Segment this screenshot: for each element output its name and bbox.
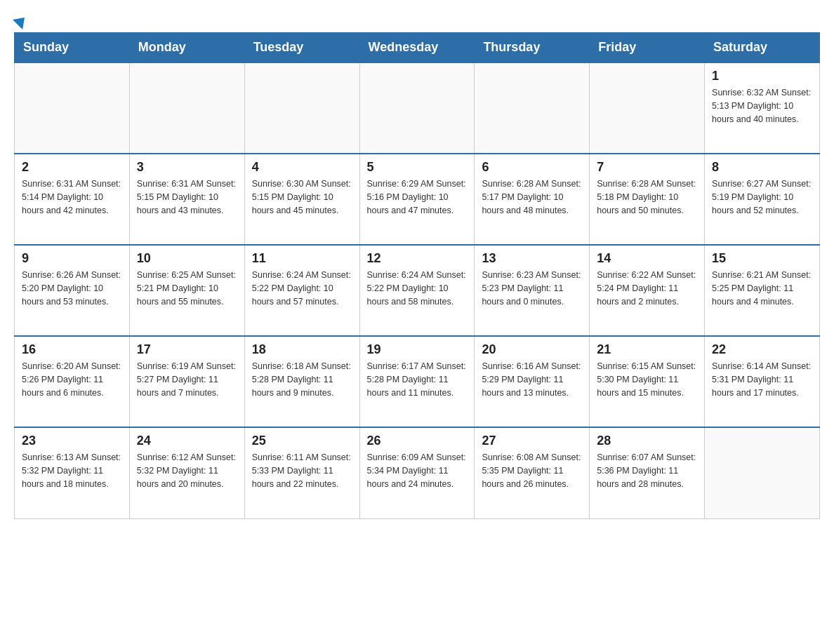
day-info: Sunrise: 6:11 AM Sunset: 5:33 PM Dayligh… bbox=[252, 451, 352, 490]
day-info: Sunrise: 6:31 AM Sunset: 5:14 PM Dayligh… bbox=[22, 177, 122, 217]
day-number: 27 bbox=[482, 434, 582, 448]
calendar-cell bbox=[15, 62, 130, 154]
day-info: Sunrise: 6:17 AM Sunset: 5:28 PM Dayligh… bbox=[367, 360, 468, 399]
day-number: 25 bbox=[252, 434, 352, 448]
calendar-cell bbox=[244, 62, 359, 154]
day-number: 19 bbox=[367, 342, 468, 357]
day-number: 21 bbox=[597, 342, 697, 357]
day-info: Sunrise: 6:23 AM Sunset: 5:23 PM Dayligh… bbox=[482, 269, 582, 308]
day-number: 28 bbox=[597, 434, 697, 448]
day-info: Sunrise: 6:22 AM Sunset: 5:24 PM Dayligh… bbox=[597, 269, 697, 308]
calendar-cell: 19Sunrise: 6:17 AM Sunset: 5:28 PM Dayli… bbox=[359, 336, 475, 427]
day-info: Sunrise: 6:21 AM Sunset: 5:25 PM Dayligh… bbox=[712, 269, 812, 308]
calendar-cell: 2Sunrise: 6:31 AM Sunset: 5:14 PM Daylig… bbox=[15, 154, 130, 245]
day-number: 10 bbox=[137, 251, 237, 266]
day-number: 4 bbox=[252, 160, 352, 175]
day-info: Sunrise: 6:29 AM Sunset: 5:16 PM Dayligh… bbox=[367, 177, 468, 217]
calendar-cell: 18Sunrise: 6:18 AM Sunset: 5:28 PM Dayli… bbox=[244, 336, 359, 427]
calendar-cell: 4Sunrise: 6:30 AM Sunset: 5:15 PM Daylig… bbox=[244, 154, 359, 245]
calendar-cell: 10Sunrise: 6:25 AM Sunset: 5:21 PM Dayli… bbox=[129, 245, 244, 336]
calendar-cell bbox=[705, 427, 820, 518]
calendar-cell: 20Sunrise: 6:16 AM Sunset: 5:29 PM Dayli… bbox=[475, 336, 590, 427]
day-info: Sunrise: 6:14 AM Sunset: 5:31 PM Dayligh… bbox=[712, 360, 812, 399]
day-number: 13 bbox=[482, 251, 582, 266]
day-info: Sunrise: 6:26 AM Sunset: 5:20 PM Dayligh… bbox=[22, 269, 122, 308]
day-info: Sunrise: 6:16 AM Sunset: 5:29 PM Dayligh… bbox=[482, 360, 582, 399]
day-number: 6 bbox=[482, 160, 582, 175]
calendar-header-row: SundayMondayTuesdayWednesdayThursdayFrid… bbox=[15, 33, 820, 63]
day-number: 11 bbox=[252, 251, 352, 266]
day-number: 2 bbox=[22, 160, 122, 175]
day-number: 1 bbox=[712, 69, 812, 83]
logo bbox=[14, 14, 26, 25]
calendar-week-row: 1Sunrise: 6:32 AM Sunset: 5:13 PM Daylig… bbox=[15, 62, 820, 154]
day-info: Sunrise: 6:20 AM Sunset: 5:26 PM Dayligh… bbox=[22, 360, 122, 399]
day-number: 9 bbox=[22, 251, 122, 266]
calendar-header-friday: Friday bbox=[590, 33, 705, 63]
calendar-cell bbox=[129, 62, 244, 154]
calendar-table: SundayMondayTuesdayWednesdayThursdayFrid… bbox=[14, 32, 820, 519]
day-number: 24 bbox=[137, 434, 237, 448]
calendar-header-wednesday: Wednesday bbox=[359, 33, 475, 63]
day-info: Sunrise: 6:12 AM Sunset: 5:32 PM Dayligh… bbox=[137, 451, 237, 490]
day-number: 14 bbox=[597, 251, 697, 266]
day-info: Sunrise: 6:08 AM Sunset: 5:35 PM Dayligh… bbox=[482, 451, 582, 490]
calendar-cell: 28Sunrise: 6:07 AM Sunset: 5:36 PM Dayli… bbox=[590, 427, 705, 518]
calendar-cell: 3Sunrise: 6:31 AM Sunset: 5:15 PM Daylig… bbox=[129, 154, 244, 245]
calendar-cell: 9Sunrise: 6:26 AM Sunset: 5:20 PM Daylig… bbox=[15, 245, 130, 336]
calendar-cell: 21Sunrise: 6:15 AM Sunset: 5:30 PM Dayli… bbox=[590, 336, 705, 427]
calendar-cell: 17Sunrise: 6:19 AM Sunset: 5:27 PM Dayli… bbox=[129, 336, 244, 427]
calendar-cell: 25Sunrise: 6:11 AM Sunset: 5:33 PM Dayli… bbox=[244, 427, 359, 518]
day-info: Sunrise: 6:07 AM Sunset: 5:36 PM Dayligh… bbox=[597, 451, 697, 490]
calendar-cell: 23Sunrise: 6:13 AM Sunset: 5:32 PM Dayli… bbox=[15, 427, 130, 518]
day-info: Sunrise: 6:24 AM Sunset: 5:22 PM Dayligh… bbox=[252, 269, 352, 308]
logo-triangle-icon bbox=[13, 13, 29, 29]
calendar-header-saturday: Saturday bbox=[705, 33, 820, 63]
calendar-cell: 5Sunrise: 6:29 AM Sunset: 5:16 PM Daylig… bbox=[359, 154, 475, 245]
day-info: Sunrise: 6:15 AM Sunset: 5:30 PM Dayligh… bbox=[597, 360, 697, 399]
day-number: 15 bbox=[712, 251, 812, 266]
day-number: 20 bbox=[482, 342, 582, 357]
calendar-cell: 14Sunrise: 6:22 AM Sunset: 5:24 PM Dayli… bbox=[590, 245, 705, 336]
day-number: 17 bbox=[137, 342, 237, 357]
page-header bbox=[14, 14, 820, 25]
calendar-cell bbox=[359, 62, 475, 154]
day-info: Sunrise: 6:18 AM Sunset: 5:28 PM Dayligh… bbox=[252, 360, 352, 399]
calendar-cell: 11Sunrise: 6:24 AM Sunset: 5:22 PM Dayli… bbox=[244, 245, 359, 336]
calendar-cell: 8Sunrise: 6:27 AM Sunset: 5:19 PM Daylig… bbox=[705, 154, 820, 245]
day-info: Sunrise: 6:24 AM Sunset: 5:22 PM Dayligh… bbox=[367, 269, 468, 308]
day-info: Sunrise: 6:32 AM Sunset: 5:13 PM Dayligh… bbox=[712, 86, 812, 126]
calendar-cell: 13Sunrise: 6:23 AM Sunset: 5:23 PM Dayli… bbox=[475, 245, 590, 336]
calendar-cell: 15Sunrise: 6:21 AM Sunset: 5:25 PM Dayli… bbox=[705, 245, 820, 336]
day-info: Sunrise: 6:28 AM Sunset: 5:17 PM Dayligh… bbox=[482, 177, 582, 217]
day-number: 8 bbox=[712, 160, 812, 175]
day-info: Sunrise: 6:28 AM Sunset: 5:18 PM Dayligh… bbox=[597, 177, 697, 217]
day-info: Sunrise: 6:25 AM Sunset: 5:21 PM Dayligh… bbox=[137, 269, 237, 308]
day-number: 22 bbox=[712, 342, 812, 357]
day-number: 12 bbox=[367, 251, 468, 266]
calendar-cell: 26Sunrise: 6:09 AM Sunset: 5:34 PM Dayli… bbox=[359, 427, 475, 518]
calendar-cell: 1Sunrise: 6:32 AM Sunset: 5:13 PM Daylig… bbox=[705, 62, 820, 154]
day-info: Sunrise: 6:13 AM Sunset: 5:32 PM Dayligh… bbox=[22, 451, 122, 490]
calendar-week-row: 2Sunrise: 6:31 AM Sunset: 5:14 PM Daylig… bbox=[15, 154, 820, 245]
day-number: 26 bbox=[367, 434, 468, 448]
calendar-cell: 22Sunrise: 6:14 AM Sunset: 5:31 PM Dayli… bbox=[705, 336, 820, 427]
calendar-header-monday: Monday bbox=[129, 33, 244, 63]
day-info: Sunrise: 6:19 AM Sunset: 5:27 PM Dayligh… bbox=[137, 360, 237, 399]
calendar-cell: 27Sunrise: 6:08 AM Sunset: 5:35 PM Dayli… bbox=[475, 427, 590, 518]
calendar-cell: 24Sunrise: 6:12 AM Sunset: 5:32 PM Dayli… bbox=[129, 427, 244, 518]
day-info: Sunrise: 6:09 AM Sunset: 5:34 PM Dayligh… bbox=[367, 451, 468, 490]
day-info: Sunrise: 6:27 AM Sunset: 5:19 PM Dayligh… bbox=[712, 177, 812, 217]
calendar-cell: 12Sunrise: 6:24 AM Sunset: 5:22 PM Dayli… bbox=[359, 245, 475, 336]
day-number: 18 bbox=[252, 342, 352, 357]
calendar-header-thursday: Thursday bbox=[475, 33, 590, 63]
calendar-week-row: 23Sunrise: 6:13 AM Sunset: 5:32 PM Dayli… bbox=[15, 427, 820, 518]
day-number: 3 bbox=[137, 160, 237, 175]
day-number: 23 bbox=[22, 434, 122, 448]
day-number: 5 bbox=[367, 160, 468, 175]
calendar-cell bbox=[590, 62, 705, 154]
day-info: Sunrise: 6:30 AM Sunset: 5:15 PM Dayligh… bbox=[252, 177, 352, 217]
day-number: 16 bbox=[22, 342, 122, 357]
calendar-week-row: 9Sunrise: 6:26 AM Sunset: 5:20 PM Daylig… bbox=[15, 245, 820, 336]
calendar-week-row: 16Sunrise: 6:20 AM Sunset: 5:26 PM Dayli… bbox=[15, 336, 820, 427]
